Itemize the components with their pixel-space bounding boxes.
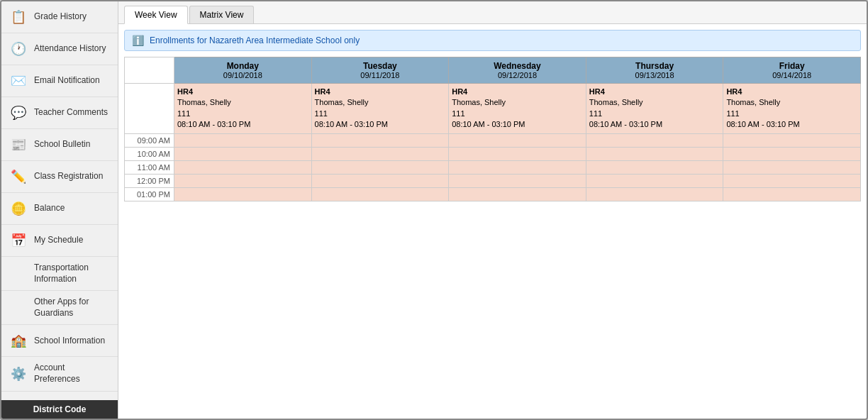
tuesday-day-label: Tuesday: [316, 61, 445, 71]
wednesday-0900: [449, 133, 586, 147]
sidebar-item-class-registration[interactable]: ✏️ Class Registration: [1, 161, 118, 193]
time-slot-1000: 10:00 AM: [125, 147, 174, 160]
thursday-class-cell: HR4 Thomas, Shelly 111 08:10 AM - 03:10 …: [586, 84, 723, 134]
sidebar-label-teacher-comments: Teacher Comments: [34, 107, 108, 118]
wednesday-class-name: HR4: [452, 87, 583, 97]
friday-class-cell: HR4 Thomas, Shelly 111 08:10 AM - 03:10 …: [723, 84, 861, 134]
sidebar-item-balance[interactable]: 🪙 Balance: [1, 193, 118, 225]
wednesday-class-block: HR4 Thomas, Shelly 111 08:10 AM - 03:10 …: [452, 87, 583, 131]
friday-0900: [723, 133, 861, 147]
friday-day-label: Friday: [727, 61, 857, 71]
thursday-header: Thursday 09/13/2018: [586, 57, 723, 84]
wednesday-1300: [449, 187, 586, 201]
thursday-1300: [586, 187, 723, 201]
class-registration-icon: ✏️: [9, 167, 28, 187]
sidebar-label-my-schedule: My Schedule: [34, 235, 83, 246]
tuesday-class-name: HR4: [315, 87, 446, 97]
sidebar-item-account-preferences[interactable]: ⚙️ Account Preferences: [1, 357, 118, 391]
app-window: 📋 Grade History 🕐 Attendance History ✉️ …: [0, 0, 868, 420]
wednesday-day-label: Wednesday: [452, 61, 582, 71]
thursday-0900: [586, 133, 723, 147]
sidebar-item-school-information[interactable]: 🏫 School Information: [1, 325, 118, 357]
friday-room: 111: [726, 109, 857, 119]
wednesday-room: 111: [452, 109, 583, 119]
thursday-date-label: 09/13/2018: [590, 71, 720, 79]
sidebar-label-email-notification: Email Notification: [34, 75, 100, 87]
table-row: 01:00 PM: [125, 187, 861, 201]
tuesday-teacher: Thomas, Shelly: [315, 97, 446, 108]
account-preferences-icon: ⚙️: [9, 364, 28, 384]
tuesday-0900: [311, 133, 449, 147]
sidebar-item-my-schedule[interactable]: 📅 My Schedule: [1, 225, 118, 257]
tuesday-time: 08:10 AM - 03:10 PM: [315, 119, 446, 130]
sidebar-label-grade-history: Grade History: [34, 11, 87, 23]
wednesday-header: Wednesday 09/12/2018: [449, 57, 586, 84]
monday-header: Monday 09/10/2018: [174, 57, 312, 84]
wednesday-class-cell: HR4 Thomas, Shelly 111 08:10 AM - 03:10 …: [449, 84, 586, 134]
friday-1000: [723, 147, 861, 160]
tab-bar: Week View Matrix View: [118, 1, 867, 24]
info-bar-text: Enrollments for Nazareth Area Intermedia…: [150, 35, 360, 45]
wednesday-time: 08:10 AM - 03:10 PM: [452, 119, 583, 130]
sidebar: 📋 Grade History 🕐 Attendance History ✉️ …: [1, 1, 118, 419]
monday-day-label: Monday: [178, 61, 308, 71]
friday-time: 08:10 AM - 03:10 PM: [726, 119, 857, 130]
friday-1200: [723, 174, 861, 187]
table-row: 09:00 AM: [125, 133, 861, 147]
monday-1100: [174, 160, 312, 174]
monday-date-label: 09/10/2018: [178, 71, 308, 79]
friday-teacher: Thomas, Shelly: [726, 97, 857, 108]
time-header: [125, 57, 174, 84]
friday-class-name: HR4: [726, 87, 857, 97]
time-cell-empty: [125, 84, 174, 134]
monday-1000: [174, 147, 312, 160]
sidebar-item-school-bulletin[interactable]: 📰 School Bulletin: [1, 129, 118, 161]
thursday-teacher: Thomas, Shelly: [589, 97, 720, 108]
sidebar-label-transportation-information: Transportation Information: [34, 262, 111, 284]
tuesday-1300: [311, 187, 449, 201]
schedule-table: Monday 09/10/2018 Tuesday 09/11/2018 Wed…: [124, 57, 861, 201]
friday-1300: [723, 187, 861, 201]
monday-teacher: Thomas, Shelly: [177, 97, 308, 108]
info-icon: ℹ️: [132, 35, 144, 46]
friday-date-label: 09/14/2018: [727, 71, 857, 79]
transportation-information-icon: [9, 264, 28, 284]
sidebar-item-email-notification[interactable]: ✉️ Email Notification: [1, 65, 118, 97]
school-bulletin-icon: 📰: [9, 135, 28, 155]
wednesday-1000: [449, 147, 586, 160]
schedule-content: ℹ️ Enrollments for Nazareth Area Interme…: [118, 24, 867, 419]
tuesday-room: 111: [315, 109, 446, 119]
tab-matrix-view[interactable]: Matrix View: [189, 6, 255, 23]
monday-time: 08:10 AM - 03:10 PM: [177, 119, 308, 130]
thursday-class-name: HR4: [589, 87, 720, 97]
district-code-footer[interactable]: District Code: [1, 400, 118, 419]
info-bar: ℹ️ Enrollments for Nazareth Area Interme…: [124, 30, 861, 51]
friday-header: Friday 09/14/2018: [723, 57, 861, 84]
email-notification-icon: ✉️: [9, 71, 28, 91]
time-slot-1300: 01:00 PM: [125, 187, 174, 201]
main-content: Week View Matrix View ℹ️ Enrollments for…: [118, 1, 867, 419]
teacher-comments-icon: 💬: [9, 103, 28, 123]
sidebar-item-grade-history[interactable]: 📋 Grade History: [1, 1, 118, 33]
thursday-time: 08:10 AM - 03:10 PM: [589, 119, 720, 130]
monday-class-cell: HR4 Thomas, Shelly 111 08:10 AM - 03:10 …: [174, 84, 312, 134]
sidebar-label-school-bulletin: School Bulletin: [34, 139, 90, 150]
other-apps-icon: [9, 298, 28, 318]
wednesday-teacher: Thomas, Shelly: [452, 97, 583, 108]
tab-week-view[interactable]: Week View: [124, 6, 188, 24]
sidebar-label-attendance-history: Attendance History: [34, 43, 106, 55]
sidebar-item-attendance-history[interactable]: 🕐 Attendance History: [1, 33, 118, 65]
monday-class-block: HR4 Thomas, Shelly 111 08:10 AM - 03:10 …: [177, 87, 308, 131]
tuesday-1000: [311, 147, 449, 160]
friday-class-block: HR4 Thomas, Shelly 111 08:10 AM - 03:10 …: [726, 87, 857, 131]
table-row: 10:00 AM: [125, 147, 861, 160]
time-slot-1100: 11:00 AM: [125, 160, 174, 174]
sidebar-label-account-preferences: Account Preferences: [34, 363, 111, 385]
tuesday-1100: [311, 160, 449, 174]
sidebar-item-transportation-information[interactable]: Transportation Information: [1, 257, 118, 291]
sidebar-label-class-registration: Class Registration: [34, 171, 103, 182]
sidebar-item-other-apps-for-guardians[interactable]: Other Apps for Guardians: [1, 291, 118, 325]
sidebar-item-teacher-comments[interactable]: 💬 Teacher Comments: [1, 97, 118, 129]
monday-1200: [174, 174, 312, 187]
monday-0900: [174, 133, 312, 147]
